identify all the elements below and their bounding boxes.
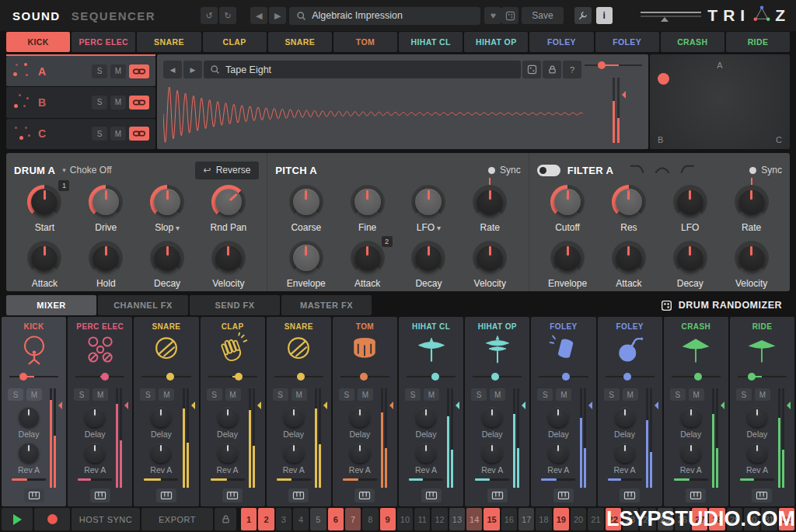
drum-pad-snare[interactable]: SNARE <box>268 32 332 52</box>
pattern-lock-icon[interactable] <box>215 508 236 530</box>
step-22[interactable]: 22 <box>606 508 621 530</box>
pan-slider[interactable] <box>738 376 787 377</box>
tab-channel-fx[interactable]: CHANNEL FX <box>98 295 188 315</box>
send-fader[interactable] <box>409 478 443 481</box>
knob-hold[interactable] <box>89 241 123 275</box>
send-fader[interactable] <box>541 478 575 481</box>
send-fader[interactable] <box>674 478 708 481</box>
solo-button[interactable]: S <box>339 388 354 401</box>
tab-master-fx[interactable]: MASTER FX <box>281 295 372 315</box>
step-28[interactable]: 28 <box>709 508 724 530</box>
mute-button[interactable]: M <box>556 388 571 401</box>
sample-layer-b[interactable]: BSM <box>6 87 155 117</box>
mute-button[interactable]: M <box>424 388 439 401</box>
delay-knob[interactable] <box>284 407 304 427</box>
send-fader[interactable] <box>211 478 245 481</box>
solo-button[interactable]: S <box>140 388 155 401</box>
solo-button[interactable]: S <box>670 388 686 401</box>
send-fader[interactable] <box>12 478 46 481</box>
knob-res[interactable] <box>612 185 646 219</box>
mixer-strip-tom[interactable]: TOMSMDelayRev A <box>333 317 397 506</box>
knob-slop[interactable] <box>150 185 184 219</box>
delay-knob[interactable] <box>548 407 568 427</box>
solo-button[interactable]: S <box>471 388 487 401</box>
undo-icon[interactable]: ↺ <box>201 7 218 24</box>
keyboard-route-button[interactable] <box>686 489 706 502</box>
keyboard-route-button[interactable] <box>156 489 176 502</box>
drum-pad-perc-elec[interactable]: PERC ELEC <box>72 32 135 52</box>
step-25[interactable]: 25 <box>658 508 673 530</box>
mixer-strip-hihat-op[interactable]: HIHAT OPSMDelayRev A <box>465 317 529 506</box>
step-18[interactable]: 18 <box>536 508 551 530</box>
step-1[interactable]: 1 <box>241 508 257 530</box>
drum-pad-tom[interactable]: TOM <box>333 32 397 52</box>
host-sync-button[interactable]: HOST SYNC <box>72 508 140 530</box>
prev-preset-button[interactable]: ◀ <box>250 7 267 24</box>
step-24[interactable]: 24 <box>640 508 655 530</box>
mixer-strip-perc-elec[interactable]: PERC ELECSMDelayRev A <box>68 317 132 506</box>
reverb-send-knob[interactable] <box>350 443 370 463</box>
output-balance-slider[interactable] <box>641 9 701 22</box>
step-12[interactable]: 12 <box>431 508 447 530</box>
drum-pad-hihat-op[interactable]: HIHAT OP <box>464 32 528 52</box>
pan-slider[interactable] <box>672 376 721 377</box>
knob-velocity[interactable] <box>735 241 769 275</box>
mute-button[interactable]: M <box>689 388 704 401</box>
export-button[interactable]: EXPORT <box>141 508 213 530</box>
reverb-send-knob[interactable] <box>548 443 568 463</box>
mute-button[interactable]: M <box>623 388 638 401</box>
mute-button[interactable]: M <box>26 388 42 401</box>
knob-attack[interactable] <box>27 241 61 275</box>
reverb-send-knob[interactable] <box>747 443 767 463</box>
knob-attack[interactable] <box>612 241 646 275</box>
mixer-strip-kick[interactable]: KICKSMDelayRev A <box>2 317 66 506</box>
mute-button[interactable]: M <box>159 388 174 401</box>
mute-button[interactable]: M <box>225 388 241 401</box>
mixer-strip-snare[interactable]: SNARESMDelayRev A <box>134 317 198 506</box>
sample-volume-slider[interactable] <box>585 64 642 66</box>
solo-button[interactable]: S <box>405 388 421 401</box>
tab-sequencer[interactable]: SEQUENCER <box>72 9 156 23</box>
step-8[interactable]: 8 <box>362 508 378 530</box>
mute-button[interactable]: M <box>490 388 505 401</box>
drum-pad-ride[interactable]: RIDE <box>726 32 790 52</box>
lowpass-icon[interactable] <box>630 163 645 177</box>
step-21[interactable]: 21 <box>588 508 603 530</box>
layer-solo-button[interactable]: S <box>92 96 107 110</box>
send-fader[interactable] <box>475 478 509 481</box>
solo-button[interactable]: S <box>604 388 620 401</box>
keyboard-route-button[interactable] <box>620 489 640 502</box>
reverb-send-knob[interactable] <box>218 443 238 463</box>
step-4[interactable]: 4 <box>293 508 309 530</box>
layer-xy-pad[interactable]: A B C <box>650 54 790 149</box>
knob-coarse[interactable] <box>289 185 323 219</box>
step-32[interactable]: 32 <box>779 508 794 530</box>
solo-button[interactable]: S <box>736 388 752 401</box>
choke-dropdown[interactable]: ▾ Choke Off <box>62 165 111 176</box>
pan-slider[interactable] <box>141 376 190 377</box>
knob-envelope[interactable] <box>289 241 323 275</box>
dropdown-arrow-icon[interactable]: ▾ <box>173 224 180 232</box>
step-10[interactable]: 10 <box>397 508 413 530</box>
drum-pad-foley[interactable]: FOLEY <box>529 32 593 52</box>
pitch-sync-toggle[interactable]: Sync <box>488 165 521 176</box>
knob-envelope[interactable] <box>550 241 585 275</box>
step-19[interactable]: 19 <box>553 508 569 530</box>
reverb-send-knob[interactable] <box>416 443 436 463</box>
knob-rnd-pan[interactable] <box>211 185 246 219</box>
drum-pad-kick[interactable]: KICK <box>6 32 70 52</box>
step-3[interactable]: 3 <box>276 508 292 530</box>
step-15[interactable]: 15 <box>484 508 499 530</box>
knob-rate[interactable] <box>735 185 769 219</box>
filter-sync-toggle[interactable]: Sync <box>749 165 782 176</box>
highpass-icon[interactable] <box>679 163 695 177</box>
mute-button[interactable]: M <box>292 388 307 401</box>
settings-wrench-icon[interactable] <box>574 7 592 24</box>
mixer-strip-snare[interactable]: SNARESMDelayRev A <box>267 317 331 506</box>
help-button[interactable]: ? <box>563 61 581 78</box>
step-14[interactable]: 14 <box>466 508 482 530</box>
knob-lfo[interactable] <box>673 185 707 219</box>
delay-knob[interactable] <box>218 407 238 427</box>
info-button[interactable]: i <box>596 7 613 24</box>
solo-button[interactable]: S <box>74 388 89 401</box>
